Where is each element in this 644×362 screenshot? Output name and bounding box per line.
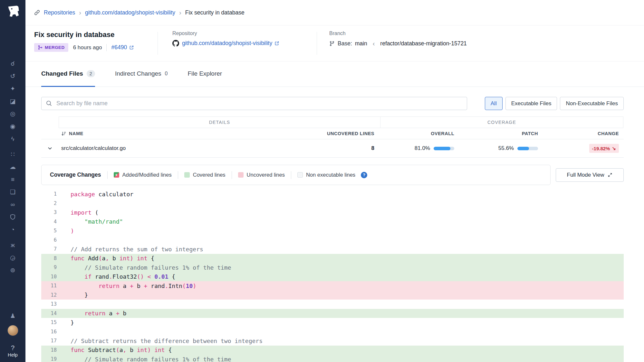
datadog-dog-icon [6, 4, 20, 18]
pr-number-link[interactable]: #6490 [111, 44, 134, 51]
line-number: 17 [41, 338, 57, 344]
search-icon[interactable]: ☌ [9, 59, 17, 68]
code-line-3: 3import ( [41, 208, 624, 217]
code-line-15: 15} [41, 318, 624, 327]
content: AllExecutable FilesNon-Executable Files … [25, 87, 644, 362]
tab-file-explorer[interactable]: File Explorer [188, 61, 222, 87]
filter-option-all[interactable]: All [485, 97, 503, 110]
service-management-icon[interactable]: ⊚ [9, 266, 17, 274]
tab-changed-files[interactable]: Changed Files2 [41, 61, 95, 87]
group-header-coverage: COVERAGE [380, 116, 623, 128]
breadcrumb-repository[interactable]: github.com/datadog/shopist-visibility [85, 9, 175, 16]
cloud-icon[interactable]: ☁ [9, 162, 17, 171]
code-line-16: 16 [41, 327, 624, 337]
integrations-icon[interactable]: ∞ [9, 200, 17, 209]
history-icon[interactable]: ↺ [9, 72, 17, 80]
apm-icon[interactable]: ϟ [9, 135, 17, 143]
tab-label: Changed Files [41, 70, 83, 77]
infrastructure-icon[interactable]: ∷ [9, 150, 17, 158]
status-badge-label: MERGED [45, 45, 65, 50]
monitors-icon[interactable]: ◔ [9, 225, 17, 234]
git-merge-icon [38, 45, 43, 50]
tabs: Changed Files2Indirect Changes0File Expl… [25, 61, 644, 87]
uncovered-lines-value: 8 [288, 145, 380, 152]
code-line-7: 7// Add returns the sum of two integers [41, 245, 624, 254]
line-number: 4 [41, 219, 57, 225]
patch-value: 55.6% [498, 145, 514, 152]
code-line-18: 18func Subtract(a, b int) int { [41, 346, 624, 355]
file-filter-group: AllExecutable FilesNon-Executable Files [485, 97, 624, 110]
line-content: ) [57, 227, 74, 234]
covered-swatch-icon [184, 172, 190, 178]
metrics-icon[interactable]: ◪ [9, 97, 17, 105]
column-patch[interactable]: PATCH [456, 131, 543, 136]
column-overall[interactable]: OVERALL [380, 131, 456, 136]
branch-section: Branch Base: main ‹ refactor/database-mi… [317, 31, 467, 61]
workspace-icon[interactable]: ♟ [9, 311, 17, 320]
column-change[interactable]: CHANGE [543, 131, 623, 136]
sparkles-icon[interactable]: ✦ [9, 84, 17, 93]
repository-link[interactable]: github.com/datadog/shopist-visibility [182, 40, 279, 47]
rum-icon[interactable]: ◉ [9, 122, 17, 130]
link-icon [34, 10, 40, 15]
sidebar: ☌↺✦◪◎◉ϟ∷☁≡❏∞◔ж◶⊚ ♟ ? Help [0, 0, 25, 362]
datadog-logo[interactable] [5, 3, 21, 19]
chevron-left-icon: ‹ [373, 40, 375, 47]
tab-count: 0 [165, 71, 168, 77]
change-value: -19.82% [592, 146, 610, 151]
code-line-12: 12 } [41, 291, 624, 300]
filter-option-non-executable-files[interactable]: Non-Executable Files [560, 97, 624, 110]
file-name[interactable]: src/calculator/calculator.go [59, 145, 288, 152]
divider [107, 171, 108, 179]
line-content: if rand.Float32() < 0.01 { [57, 273, 175, 280]
line-number: 2 [41, 200, 57, 206]
tab-indirect-changes[interactable]: Indirect Changes0 [115, 61, 168, 87]
dashboards-icon[interactable]: ❏ [9, 188, 17, 196]
breadcrumb-current: Fix security in database [185, 9, 245, 16]
security-shield-icon[interactable] [9, 213, 17, 221]
line-content: // Add returns the sum of two integers [57, 246, 203, 253]
bug-icon[interactable]: ж [9, 241, 17, 249]
line-number: 11 [41, 283, 57, 289]
column-name[interactable]: NAME [59, 131, 288, 136]
breadcrumb-repositories[interactable]: Repositories [44, 9, 75, 16]
chevron-right-icon: › [75, 9, 85, 16]
code-line-9: 9 // Simulate random failures 1% of the … [41, 263, 624, 272]
code-line-8: 8func Add(a, b int) int { [41, 254, 624, 263]
row-expand-chevron-icon[interactable] [41, 146, 59, 151]
search-box [41, 97, 467, 110]
filter-option-executable-files[interactable]: Executable Files [505, 97, 557, 110]
table-row: src/calculator/calculator.go881.0%55.6%-… [41, 139, 624, 158]
git-branch-icon [329, 41, 335, 46]
legend-item-label: Non executable lines [306, 172, 355, 178]
logs-icon[interactable]: ≡ [9, 175, 17, 183]
line-number: 18 [41, 347, 57, 353]
uncovered-swatch-icon [238, 172, 244, 178]
column-uncovered-lines[interactable]: UNCOVERED LINES [288, 131, 380, 136]
line-number: 3 [41, 209, 57, 215]
app: ☌↺✦◪◎◉ϟ∷☁≡❏∞◔ж◶⊚ ♟ ? Help Repositories ›… [0, 0, 644, 362]
line-content: // Simulate random failures 1% of the ti… [57, 356, 231, 362]
help-label: Help [8, 352, 18, 357]
legend-item-non-executable-lines: Non executable lines [297, 172, 355, 178]
help-icon: ? [11, 344, 14, 352]
help-icon[interactable]: ? [361, 172, 367, 178]
user-avatar[interactable] [7, 325, 18, 336]
sort-icon[interactable] [61, 131, 66, 136]
line-number: 16 [41, 329, 57, 335]
tab-label: File Explorer [188, 70, 222, 77]
line-number: 19 [41, 356, 57, 362]
base-label: Base: [338, 40, 352, 47]
line-number: 9 [41, 265, 57, 270]
code-line-13: 13 [41, 300, 624, 309]
ci-visibility-icon[interactable]: ◎ [9, 109, 17, 118]
pr-summary: Fix security in database MERGED 6 hours … [34, 31, 158, 61]
full-mode-view-button[interactable]: Full Mode View [556, 168, 624, 182]
profiling-icon[interactable]: ◶ [9, 253, 17, 262]
trend-down-icon: ↘ [612, 145, 616, 151]
help-button[interactable]: ? Help [8, 344, 18, 357]
code-line-6: 6 [41, 236, 624, 245]
search-input[interactable] [41, 97, 467, 110]
line-content: } [57, 292, 88, 298]
code-line-10: 10 if rand.Float32() < 0.01 { [41, 272, 624, 282]
